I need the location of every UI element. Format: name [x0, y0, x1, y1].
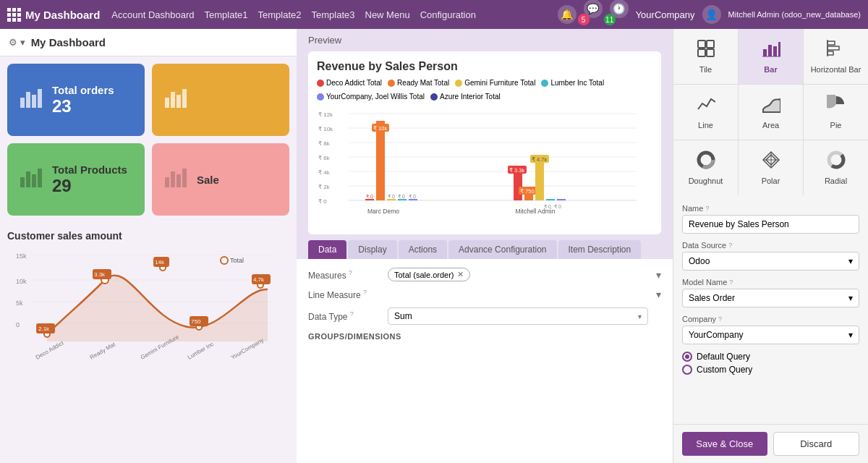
chart-type-tile[interactable]: Tile — [673, 29, 738, 84]
nav-account-dashboard[interactable]: Account Dashboard — [111, 9, 194, 20]
total-products-info: Total Products 29 — [52, 163, 127, 196]
chart-type-radial[interactable]: Radial — [804, 140, 868, 195]
svg-rect-78 — [535, 162, 544, 200]
brand-name: My Dashboard — [25, 9, 100, 21]
name-input[interactable] — [682, 215, 859, 234]
bar-chart-icon — [19, 85, 45, 116]
orange-card[interactable] — [152, 64, 289, 136]
groups-header: GROUPS/DIMENSIONS — [308, 332, 661, 341]
chart-type-hbar[interactable]: Horizontal Bar — [804, 29, 868, 84]
legend-ready: Ready Mat Total — [388, 79, 449, 87]
chart-legend: Deco Addict Total Ready Mat Total Gemini… — [317, 79, 652, 101]
sales-label: Sale — [197, 174, 219, 186]
default-query-radio[interactable]: Default Query — [682, 352, 859, 362]
svg-text:Marc Demo: Marc Demo — [367, 208, 399, 215]
tab-display[interactable]: Display — [348, 240, 396, 259]
chart-type-line[interactable]: Line — [673, 85, 738, 140]
svg-rect-1 — [26, 92, 30, 108]
svg-rect-60 — [365, 199, 374, 200]
legend-deco: Deco Addict Total — [317, 79, 382, 87]
config-tab-bar: Data Display Actions Advance Configurati… — [297, 234, 673, 259]
tag-close[interactable]: ✕ — [457, 270, 464, 279]
svg-rect-97 — [827, 51, 833, 55]
data-source-select[interactable]: Odoo ▾ — [682, 252, 859, 271]
total-products-value: 29 — [52, 176, 127, 196]
legend-lumber: Lumber Inc Total — [541, 79, 604, 87]
tab-data[interactable]: Data — [308, 240, 346, 259]
svg-text:Total: Total — [230, 257, 244, 264]
line-icon — [697, 95, 715, 118]
svg-rect-87 — [707, 41, 714, 48]
svg-rect-67 — [398, 199, 407, 200]
svg-rect-13 — [171, 171, 175, 187]
custom-query-label: Custom Query — [697, 365, 752, 375]
svg-rect-10 — [32, 174, 36, 187]
chart-type-polar[interactable]: Polar — [739, 140, 803, 195]
chart-type-doughnut[interactable]: Doughnut — [673, 140, 738, 195]
data-source-label: Data Source ? — [682, 241, 859, 250]
chart-title: Customer sales amount — [7, 230, 289, 242]
nav-template2[interactable]: Template2 — [258, 9, 302, 20]
company-select[interactable]: YourCompany ▾ — [682, 326, 859, 344]
legend-label-gemini: Gemini Furniture Total — [464, 79, 535, 87]
chart-type-pie[interactable]: Pie — [804, 85, 868, 140]
brand-logo[interactable]: My Dashboard — [7, 8, 100, 22]
model-name-select[interactable]: Sales Order ▾ — [682, 289, 859, 307]
measures-expand[interactable]: ▾ — [656, 269, 661, 281]
legend-label-azure: Azure Interior Total — [440, 93, 501, 101]
svg-rect-6 — [176, 95, 181, 108]
total-products-card[interactable]: Total Products 29 — [7, 143, 145, 216]
svg-text:0: 0 — [16, 321, 20, 328]
custom-query-radio[interactable]: Custom Query — [682, 365, 859, 375]
user-avatar[interactable]: 👤 — [702, 5, 721, 24]
tile-icon — [697, 39, 715, 62]
total-orders-card[interactable]: Total orders 23 — [7, 64, 145, 136]
tab-actions[interactable]: Actions — [399, 240, 447, 259]
svg-rect-0 — [20, 98, 25, 108]
save-close-button[interactable]: Save & Close — [682, 432, 767, 456]
model-name-group: Model Name ? Sales Order ▾ — [682, 278, 859, 307]
data-source-group: Data Source ? Odoo ▾ — [682, 241, 859, 271]
svg-rect-89 — [707, 49, 714, 56]
query-radio-group: Default Query Custom Query — [682, 352, 859, 375]
nav-template3[interactable]: Template3 — [312, 9, 355, 20]
polar-icon — [762, 150, 780, 174]
preview-box: Revenue by Sales Person Deco Addict Tota… — [308, 51, 661, 234]
svg-rect-95 — [827, 41, 835, 45]
svg-rect-96 — [827, 46, 839, 50]
measures-tag[interactable]: Total (sale.order) ✕ — [388, 268, 470, 281]
nav-new-menu[interactable]: New Menu — [365, 9, 410, 20]
svg-text:750: 750 — [191, 318, 201, 325]
nav-template1[interactable]: Template1 — [205, 9, 248, 20]
hbar-label: Horizontal Bar — [811, 65, 861, 74]
discard-button[interactable]: Discard — [773, 432, 860, 456]
svg-text:3.3k: 3.3k — [94, 271, 106, 278]
left-header: ⚙ ▾ My Dashboard — [0, 29, 297, 56]
company-arrow: ▾ — [848, 330, 853, 340]
radial-label: Radial — [825, 177, 847, 185]
svg-rect-5 — [171, 92, 175, 108]
tab-item-description[interactable]: Item Description — [558, 240, 642, 259]
chart-type-grid: Tile Bar Horizontal Bar Line — [673, 29, 868, 195]
svg-text:₹ 4.7k: ₹ 4.7k — [532, 156, 548, 163]
pie-icon — [827, 95, 846, 118]
svg-text:14k: 14k — [155, 259, 165, 266]
sales-info: Sale — [197, 174, 219, 186]
svg-text:₹ 0: ₹ 0 — [388, 194, 395, 199]
bell-icon[interactable]: 🔔 — [558, 5, 576, 24]
svg-rect-4 — [165, 98, 169, 108]
nav-configuration[interactable]: Configuration — [420, 9, 476, 20]
legend-dot-azure — [430, 93, 438, 101]
line-measure-expand[interactable]: ▾ — [656, 289, 661, 300]
filter-icon[interactable]: ⚙ ▾ — [9, 37, 25, 48]
svg-rect-3 — [38, 89, 42, 108]
svg-rect-91 — [768, 45, 772, 56]
area-label: Area — [762, 121, 779, 129]
default-query-label: Default Query — [697, 352, 750, 362]
data-type-select[interactable]: Sum ▾ — [388, 307, 648, 325]
tab-advance[interactable]: Advance Configuration — [448, 240, 556, 259]
sales-card[interactable]: Sale — [152, 143, 289, 216]
chart-type-bar[interactable]: Bar — [739, 29, 803, 84]
grid-icon — [7, 8, 21, 22]
chart-type-area[interactable]: Area — [739, 85, 803, 140]
